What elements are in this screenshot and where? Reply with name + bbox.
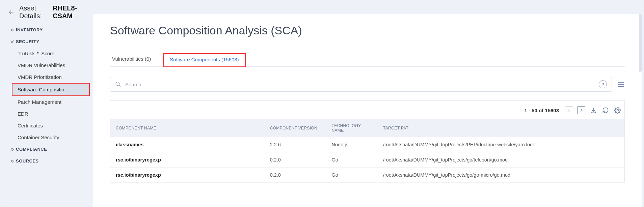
page-title: Software Composition Analysis (SCA) [110, 24, 625, 37]
cell-tech: Go [326, 152, 378, 168]
search-input[interactable] [125, 82, 599, 87]
nav-section-sources[interactable]: SOURCES [0, 155, 93, 167]
chevron-right-double-icon [10, 147, 16, 152]
search-row: ? [110, 77, 625, 92]
svg-point-6 [617, 110, 619, 111]
cell-path: /root/Akshata/DUMMY/git_topProjects/PHP/… [378, 137, 625, 152]
sidebar: Asset Details: RHEL8-CSAM INVENTORY SECU… [0, 0, 93, 207]
tabs: Vulnerabilities (0) Software Components … [110, 53, 625, 67]
download-icon[interactable] [589, 106, 597, 114]
sidebar-item-trurisk[interactable]: TruRisk™ Score [0, 48, 93, 59]
scrollbar[interactable] [639, 14, 642, 72]
svg-line-2 [119, 85, 120, 87]
nav-section-label: INVENTORY [16, 27, 43, 32]
sidebar-item-container-security[interactable]: Container Security [0, 131, 93, 143]
asset-name: RHEL8-CSAM [53, 4, 86, 20]
sidebar-item-edr[interactable]: EDR [0, 108, 93, 120]
nav-section-compliance[interactable]: COMPLIANCE [0, 143, 93, 155]
cell-path: /root/Akshata/DUMMY/git_topProjects/go/g… [378, 168, 625, 183]
sidebar-item-vmdr-prio[interactable]: VMDR Prioritization [0, 71, 93, 83]
cell-version: 2.2.6 [265, 137, 326, 152]
sidebar-item-vmdr-vuln[interactable]: VMDR Vulnerabilities [0, 59, 93, 71]
cell-name: rsc.io/binaryregexp [110, 168, 265, 183]
cell-tech: Go [326, 168, 378, 183]
table-row[interactable]: classnames 2.2.6 Node.js /root/Akshata/D… [110, 137, 625, 152]
table-toolbar: 1 - 50 of 15603 [110, 100, 625, 119]
cell-name: rsc.io/binaryregexp [110, 152, 265, 168]
refresh-icon[interactable] [601, 106, 610, 114]
table-header-row: COMPONENT NAME COMPONENT VERSION TECHNOL… [110, 119, 625, 137]
col-header-path[interactable]: TARGET PATH [378, 119, 625, 137]
tab-software-components[interactable]: Software Components (15603) [163, 53, 245, 67]
gear-icon[interactable] [614, 106, 622, 114]
cell-version: 0.2.0 [265, 168, 326, 183]
asset-details-label: Asset Details: [19, 4, 51, 20]
main-panel: Software Composition Analysis (SCA) Vuln… [93, 14, 642, 207]
nav-section-security[interactable]: SECURITY [0, 36, 93, 48]
sidebar-item-sca[interactable]: Software Compositio… [12, 84, 89, 95]
sidebar-item-patch-mgmt[interactable]: Patch Management [0, 96, 93, 108]
tab-vulnerabilities[interactable]: Vulnerabilities (0) [110, 56, 153, 66]
table-row[interactable]: rsc.io/binaryregexp 0.2.0 Go /root/Aksha… [110, 168, 625, 183]
components-table: COMPONENT NAME COMPONENT VERSION TECHNOL… [110, 119, 625, 183]
nav-section-label: COMPLIANCE [16, 147, 47, 152]
nav-section-inventory[interactable]: INVENTORY [0, 24, 93, 36]
chevron-down-double-icon [10, 39, 16, 44]
col-header-version[interactable]: COMPONENT VERSION [265, 119, 326, 137]
col-header-tech[interactable]: TECHNOLOGY NAME [326, 119, 378, 137]
chevron-right-double-icon [10, 28, 16, 32]
next-page-icon[interactable] [577, 106, 585, 114]
help-icon[interactable]: ? [599, 80, 607, 88]
nav-items-security: TruRisk™ Score VMDR Vulnerabilities VMDR… [0, 48, 93, 143]
cell-path: /root/Akshata/DUMMY/git_topProjects/go/t… [378, 152, 625, 168]
cell-version: 0.2.0 [265, 152, 326, 168]
asset-title-row: Asset Details: RHEL8-CSAM [0, 4, 93, 24]
table-row[interactable]: rsc.io/binaryregexp 0.2.0 Go /root/Aksha… [110, 152, 625, 168]
search-box[interactable]: ? [110, 77, 612, 92]
svg-point-1 [116, 82, 119, 86]
pager-text: 1 - 50 of 15603 [524, 108, 559, 113]
back-arrow-icon[interactable] [8, 9, 15, 15]
cell-name: classnames [110, 137, 265, 152]
col-header-name[interactable]: COMPONENT NAME [110, 119, 265, 137]
menu-icon[interactable] [617, 80, 625, 88]
prev-page-icon[interactable] [565, 106, 573, 114]
nav-section-label: SOURCES [16, 158, 39, 164]
chevron-right-double-icon [10, 159, 16, 164]
highlight-annotation: Software Compositio… [12, 83, 90, 96]
cell-tech: Node.js [326, 137, 378, 152]
nav-section-label: SECURITY [16, 39, 39, 44]
search-icon [115, 81, 121, 87]
sidebar-item-certificates[interactable]: Certificates [0, 120, 93, 131]
